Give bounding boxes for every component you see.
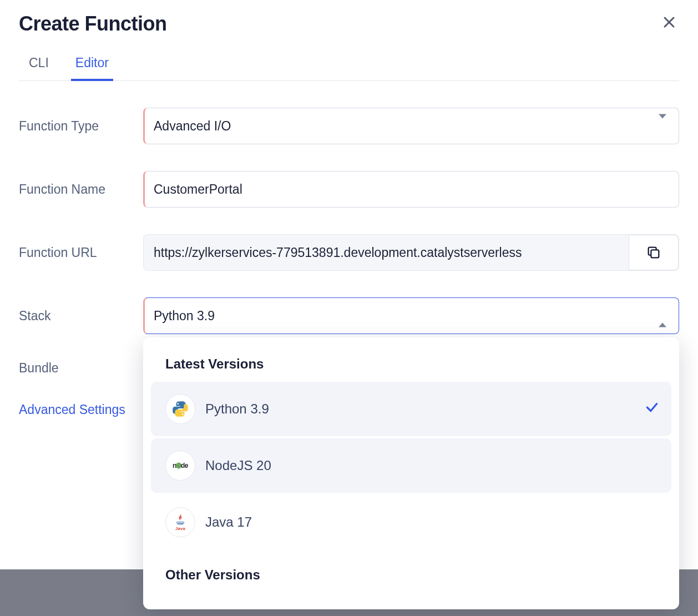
stack-dropdown: Latest Versions Python 3.9 <box>143 337 679 609</box>
stack-value: Python 3.9 <box>154 309 215 324</box>
close-icon <box>662 16 676 29</box>
function-type-select[interactable]: Advanced I/O <box>143 108 679 144</box>
stack-option-java[interactable]: Java Java 17 <box>151 495 671 549</box>
stack-option-node[interactable]: nde NodeJS 20 <box>151 438 671 493</box>
function-type-value: Advanced I/O <box>154 119 231 134</box>
page-title: Create Function <box>19 12 679 36</box>
form: Function Type Advanced I/O Function Name… <box>19 108 679 417</box>
function-type-label: Function Type <box>19 119 143 134</box>
chevron-up-icon <box>659 309 666 324</box>
copy-url-button[interactable] <box>629 235 679 270</box>
create-function-modal: Create Function CLI Editor Function Type… <box>0 0 698 616</box>
check-icon <box>645 400 659 418</box>
function-url-label: Function URL <box>19 245 143 260</box>
copy-icon <box>646 245 661 260</box>
tab-cli[interactable]: CLI <box>29 55 49 80</box>
tabs: CLI Editor <box>19 55 679 81</box>
svg-point-4 <box>178 523 183 524</box>
close-button[interactable] <box>662 16 676 31</box>
nodejs-icon: nde <box>165 451 195 481</box>
stack-label: Stack <box>19 309 143 324</box>
python-icon <box>165 394 195 424</box>
function-name-input[interactable] <box>143 171 679 208</box>
function-url-box: https://zylkerservices-779513891.develop… <box>143 234 679 271</box>
svg-point-2 <box>182 413 184 415</box>
dropdown-latest-header: Latest Versions <box>151 350 671 382</box>
stack-option-python-label: Python 3.9 <box>205 401 269 417</box>
tab-editor[interactable]: Editor <box>75 55 109 80</box>
stack-select[interactable]: Python 3.9 <box>143 297 679 334</box>
function-name-label: Function Name <box>19 182 143 197</box>
advanced-settings-toggle[interactable]: Advanced Settings <box>19 402 125 417</box>
advanced-settings-label: Advanced Settings <box>19 402 125 417</box>
svg-point-1 <box>177 403 179 405</box>
stack-option-node-label: NodeJS 20 <box>205 458 271 473</box>
bundle-label: Bundle <box>19 361 143 376</box>
java-icon: Java <box>165 507 195 537</box>
dropdown-other-header: Other Versions <box>151 552 671 593</box>
chevron-down-icon <box>659 119 666 134</box>
stack-option-python[interactable]: Python 3.9 <box>151 382 671 436</box>
svg-rect-0 <box>651 250 659 257</box>
svg-point-3 <box>176 522 184 523</box>
stack-option-java-label: Java 17 <box>205 514 252 530</box>
function-url-value: https://zylkerservices-779513891.develop… <box>154 245 522 260</box>
